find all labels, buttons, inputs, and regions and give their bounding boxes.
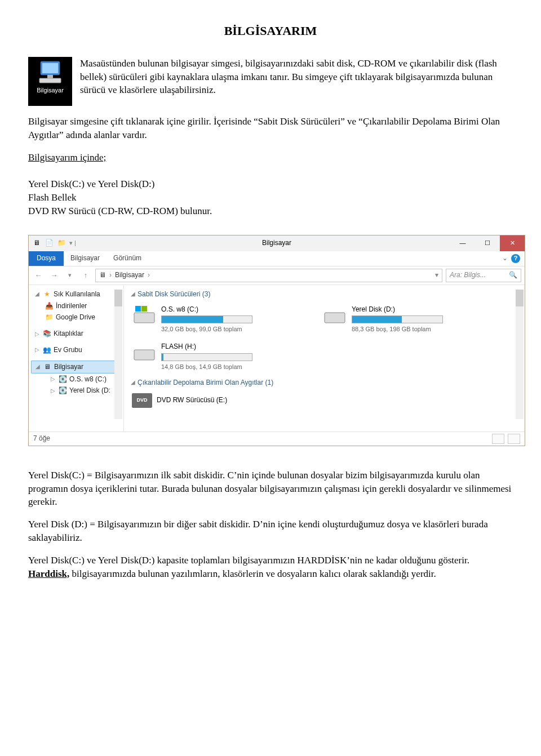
file-tab[interactable]: Dosya	[29, 251, 64, 266]
downloads-icon: 📥	[45, 301, 54, 310]
content-scrollbar[interactable]	[516, 290, 524, 419]
svg-rect-2	[47, 75, 53, 78]
computer-bc-icon: 🖥	[99, 270, 106, 280]
drive-c[interactable]: O.S. w8 (C:) 32,0 GB boş, 99,0 GB toplam	[130, 303, 303, 336]
drive-h-bar	[161, 353, 252, 361]
nav-forward-button[interactable]: →	[48, 269, 60, 282]
close-button[interactable]: ✕	[500, 235, 525, 251]
drive-d-bar	[352, 315, 443, 323]
view-tab[interactable]: Görünüm	[107, 254, 148, 263]
drive-dvd[interactable]: DVD DVD RW Sürücüsü (E:)	[130, 391, 519, 410]
drive-h-name: FLASH (H:)	[161, 342, 252, 352]
computer-tree-icon: 🖥	[43, 362, 52, 371]
drive-icon: 💽	[58, 386, 67, 395]
after-paragraph-3: Yerel Disk(C:) ve Yerel Disk(D:) kapasit…	[28, 554, 513, 581]
list-item-2: Flash Bellek	[28, 191, 513, 204]
minimize-button[interactable]: —	[450, 235, 475, 251]
maximize-button[interactable]: ☐	[475, 235, 500, 251]
bilgisayarim-icinde-label: Bilgisayarım içinde;	[28, 152, 106, 163]
tree-gdrive[interactable]: 📁 Google Drive	[31, 312, 121, 323]
bilgisayar-desktop-icon: Bilgisayar	[28, 57, 72, 106]
tree-homegroup[interactable]: ▷ 👥 Ev Grubu	[31, 344, 121, 356]
separator-pipe: ▾ |	[69, 239, 76, 247]
svg-rect-1	[42, 63, 58, 73]
computer-tab[interactable]: Bilgisayar	[64, 254, 107, 263]
drive-d-name: Yerel Disk (D:)	[352, 305, 443, 314]
drive-d[interactable]: Yerel Disk (D:) 88,3 GB boş, 198 GB topl…	[320, 303, 494, 336]
crumb-sep-icon-2: ›	[148, 270, 150, 280]
address-bar-row: ← → ▾ ↑ 🖥 › Bilgisayar › ▾ Ara: Bilgis..…	[29, 266, 525, 285]
drive-dvd-name: DVD RW Sürücüsü (E:)	[157, 395, 227, 405]
breadcrumb-dropdown-icon[interactable]: ▾	[435, 270, 438, 280]
search-placeholder: Ara: Bilgis...	[450, 270, 486, 280]
search-icon: 🔍	[509, 270, 517, 280]
chevron-down-icon[interactable]: ⌄	[502, 254, 508, 263]
homegroup-icon: 👥	[42, 345, 51, 354]
svg-rect-6	[141, 306, 147, 312]
tree-computer[interactable]: ◢ 🖥 Bilgisayar	[31, 361, 121, 373]
nav-history-dropdown[interactable]: ▾	[64, 269, 76, 282]
tree-downloads[interactable]: 📥 İndirilenler	[31, 300, 121, 312]
view-details-button[interactable]	[492, 434, 504, 444]
harddisk-term: Harddisk,	[28, 568, 69, 579]
drive-d-icon	[322, 305, 347, 325]
breadcrumb-computer[interactable]: Bilgisayar	[115, 270, 144, 280]
drive-h-sub: 14,8 GB boş, 14,9 GB toplam	[161, 363, 252, 371]
star-icon: ★	[42, 290, 51, 299]
status-bar: 7 öğe	[29, 432, 525, 446]
svg-rect-9	[134, 350, 154, 360]
drive-h-icon	[132, 342, 157, 362]
list-item-1: Yerel Disk(C:) ve Yerel Disk(D:)	[28, 177, 513, 191]
svg-rect-4	[134, 313, 154, 323]
content-pane: ◢ Sabit Disk Sürücüleri (3) O.S. w8 (C:)…	[124, 285, 525, 432]
breadcrumb[interactable]: 🖥 › Bilgisayar › ▾	[95, 269, 442, 282]
help-icon[interactable]: ?	[511, 254, 520, 263]
libraries-icon: 📚	[42, 330, 51, 339]
status-item-count: 7 öğe	[33, 434, 50, 443]
page-title: BİLGİSAYARIM	[28, 23, 513, 40]
nav-up-button[interactable]: ↑	[79, 269, 92, 282]
computer-icon	[36, 60, 64, 84]
crumb-sep-icon: ›	[109, 270, 112, 280]
nav-back-button[interactable]: ←	[32, 269, 45, 282]
tree-scrollbar[interactable]	[114, 290, 122, 419]
svg-rect-8	[325, 313, 345, 323]
drive-h[interactable]: FLASH (H:) 14,8 GB boş, 14,9 GB toplam	[130, 340, 303, 373]
dvd-icon: DVD	[132, 393, 152, 408]
ribbon-tabs: Dosya Bilgisayar Görünüm ⌄ ?	[29, 251, 525, 266]
search-input[interactable]: Ara: Bilgis... 🔍	[446, 269, 521, 282]
tree-drive-c[interactable]: ▷ 💽 O.S. w8 (C:)	[31, 373, 121, 385]
svg-rect-3	[39, 78, 61, 83]
nav-tree: ◢ ★ Sık Kullanılanla 📥 İndirilenler 📁 Go…	[29, 285, 124, 432]
tree-libraries[interactable]: ▷ 📚 Kitaplıklar	[31, 328, 121, 340]
section-hdd[interactable]: ◢ Sabit Disk Sürücüleri (3)	[130, 288, 519, 303]
gdrive-icon: 📁	[45, 313, 54, 322]
tree-favorites[interactable]: ◢ ★ Sık Kullanılanla	[31, 288, 121, 300]
computer-small-icon: 🖥	[32, 239, 41, 248]
tree-drive-d[interactable]: ▷ 💽 Yerel Disk (D: ⌄	[31, 385, 121, 397]
explorer-window: 🖥 📄 📁 ▾ | Bilgisayar — ☐ ✕ Dosya Bilgisa…	[28, 235, 525, 446]
drive-c-icon	[132, 305, 157, 325]
section-removable[interactable]: ◢ Çıkarılabilir Depolama Birimi Olan Ayg…	[130, 377, 519, 391]
paragraph-2: Bilgisayar simgesine çift tıklanarak içi…	[28, 115, 513, 142]
bilgisayar-icon-label: Bilgisayar	[37, 87, 64, 94]
svg-rect-5	[135, 306, 141, 312]
list-item-3: DVD RW Sürücü (CD-RW, CD-ROM) bulunur.	[28, 204, 513, 218]
intro-paragraph: Masaüstünden bulunan bilgisayar simgesi,…	[80, 57, 513, 97]
drive-d-sub: 88,3 GB boş, 198 GB toplam	[352, 325, 443, 333]
drive-icon: 💽	[58, 375, 67, 384]
folder-small-icon[interactable]: 📁	[57, 239, 66, 248]
after-paragraph-2: Yerel Disk (D:) = Bilgisayarımızın bir d…	[28, 518, 513, 545]
drive-c-bar	[161, 315, 252, 323]
drive-c-name: O.S. w8 (C:)	[161, 305, 252, 314]
document-small-icon[interactable]: 📄	[45, 239, 54, 248]
drive-c-sub: 32,0 GB boş, 99,0 GB toplam	[161, 325, 252, 333]
after-paragraph-1: Yerel Disk(C:) = Bilgisayarımızın ilk sa…	[28, 469, 513, 509]
view-large-button[interactable]	[508, 434, 520, 444]
explorer-titlebar: 🖥 📄 📁 ▾ | Bilgisayar — ☐ ✕	[29, 235, 525, 251]
